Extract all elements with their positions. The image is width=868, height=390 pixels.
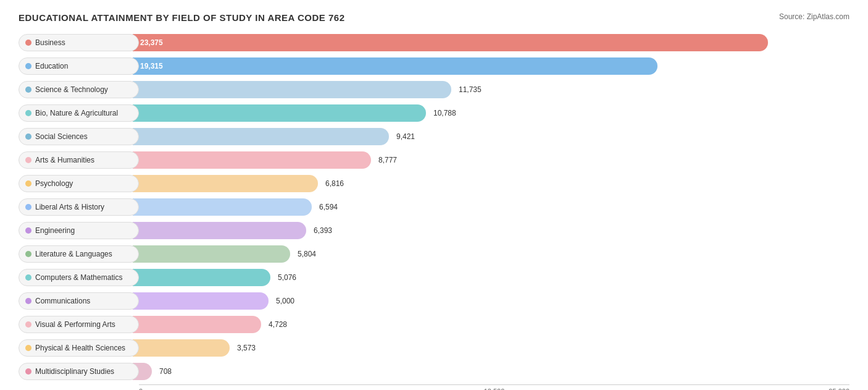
- bar-row: Literature & Languages5,804: [19, 244, 849, 265]
- bar-label-text: Social Sciences: [35, 132, 88, 141]
- bar-container: 3,573: [133, 339, 849, 357]
- bar-row: Science & Technology11,735: [19, 79, 849, 100]
- bar-label-text: Business: [35, 38, 65, 47]
- bar-container: 19,315: [133, 57, 849, 75]
- bar-value: 19,315: [140, 62, 163, 70]
- bar-value: 6,594: [319, 203, 338, 211]
- bar: [133, 245, 290, 263]
- bar-dot: [25, 345, 31, 351]
- bar-label-text: Education: [35, 62, 68, 70]
- bar-row: Education19,315: [19, 56, 849, 77]
- bar: [133, 339, 230, 357]
- bar-label-text: Science & Technology: [35, 85, 108, 94]
- bar-container: 10,788: [133, 104, 849, 122]
- bar: [133, 81, 451, 98]
- bar-label-text: Communications: [35, 297, 90, 305]
- bar-label: Business: [19, 34, 139, 51]
- bar: [133, 292, 269, 310]
- bar-container: 708: [133, 363, 849, 380]
- bar-label-text: Literature & Languages: [35, 250, 112, 258]
- x-axis: 012,50025,000: [139, 384, 849, 390]
- x-axis-label: 0: [139, 388, 376, 390]
- bar-label: Bio, Nature & Agricultural: [19, 104, 139, 122]
- source-label: Source: ZipAtlas.com: [779, 12, 849, 21]
- bar: [133, 198, 312, 216]
- bar-value: 11,735: [459, 85, 482, 94]
- bar-dot: [25, 87, 31, 93]
- bar-row: Liberal Arts & History6,594: [19, 197, 849, 218]
- bar-value: 9,421: [396, 132, 415, 141]
- bar-container: 5,000: [133, 292, 849, 310]
- bar: [133, 269, 270, 286]
- bar-dot: [25, 134, 31, 140]
- bar-row: Multidisciplinary Studies708: [19, 361, 849, 382]
- bar-container: 6,393: [133, 222, 849, 239]
- bar-label: Arts & Humanities: [19, 151, 139, 169]
- bar-label: Education: [19, 57, 139, 75]
- bar-container: 8,777: [133, 151, 849, 169]
- bar: [133, 175, 318, 192]
- bar-label-text: Visual & Performing Arts: [35, 320, 115, 329]
- bar-label-text: Psychology: [35, 179, 73, 188]
- bar-label-text: Arts & Humanities: [35, 156, 94, 164]
- bar-value: 5,804: [298, 250, 316, 258]
- bar-value: 23,375: [140, 38, 163, 47]
- bar-label-text: Multidisciplinary Studies: [35, 367, 114, 376]
- bar-value: 4,728: [269, 320, 287, 329]
- bar: [133, 104, 426, 122]
- bar-label-text: Bio, Nature & Agricultural: [35, 109, 118, 117]
- bar-container: 6,594: [133, 198, 849, 216]
- bar-container: 9,421: [133, 128, 849, 145]
- bar-row: Computers & Mathematics5,076: [19, 267, 849, 288]
- bar-value: 3,573: [237, 344, 256, 352]
- bar-container: 23,375: [133, 34, 849, 51]
- bar-container: 5,804: [133, 245, 849, 263]
- x-axis-label: 25,000: [612, 388, 849, 390]
- bar-value: 8,777: [378, 156, 397, 164]
- bar: [133, 151, 371, 169]
- bar-value: 5,076: [278, 273, 296, 282]
- x-axis-label: 12,500: [376, 388, 613, 390]
- bar-dot: [25, 368, 31, 375]
- bar-row: Business23,375: [19, 32, 849, 53]
- chart-title: EDUCATIONAL ATTAINMENT BY FIELD OF STUDY…: [19, 12, 345, 23]
- bar-label-text: Liberal Arts & History: [35, 203, 104, 211]
- bar: [133, 316, 261, 333]
- bar-dot: [25, 157, 31, 163]
- bar: [133, 222, 306, 239]
- bar-label: Science & Technology: [19, 81, 139, 98]
- bar-label: Computers & Mathematics: [19, 269, 139, 286]
- bar-value: 6,393: [314, 226, 332, 235]
- bar: [133, 128, 389, 145]
- bar: 19,315: [133, 57, 657, 75]
- bar-dot: [25, 298, 31, 304]
- bar-dot: [25, 204, 31, 210]
- chart-wrapper: EDUCATIONAL ATTAINMENT BY FIELD OF STUDY…: [19, 12, 849, 390]
- bar-label: Literature & Languages: [19, 245, 139, 263]
- bar-dot: [25, 40, 31, 46]
- bar-row: Arts & Humanities8,777: [19, 150, 849, 171]
- bar-row: Social Sciences9,421: [19, 126, 849, 147]
- bar-dot: [25, 180, 31, 187]
- bar-row: Bio, Nature & Agricultural10,788: [19, 103, 849, 124]
- bar-value: 708: [159, 367, 172, 376]
- bar-value: 5,000: [276, 297, 294, 305]
- bar-container: 6,816: [133, 175, 849, 192]
- bar-row: Visual & Performing Arts4,728: [19, 314, 849, 335]
- bar-label-text: Computers & Mathematics: [35, 273, 122, 282]
- bar-row: Physical & Health Sciences3,573: [19, 337, 849, 358]
- bar-label: Multidisciplinary Studies: [19, 363, 139, 380]
- bar-row: Communications5,000: [19, 290, 849, 312]
- bar-container: 11,735: [133, 81, 849, 98]
- bar-row: Engineering6,393: [19, 220, 849, 241]
- bar-label: Liberal Arts & History: [19, 198, 139, 216]
- bar-container: 4,728: [133, 316, 849, 333]
- bar-dot: [25, 110, 31, 116]
- bar-container: 5,076: [133, 269, 849, 286]
- bar-row: Psychology6,816: [19, 173, 849, 194]
- bar-label: Communications: [19, 292, 139, 310]
- bar: 23,375: [133, 34, 768, 51]
- bar-dot: [25, 321, 31, 328]
- bar-value: 6,816: [325, 179, 344, 188]
- bar-label: Physical & Health Sciences: [19, 339, 139, 357]
